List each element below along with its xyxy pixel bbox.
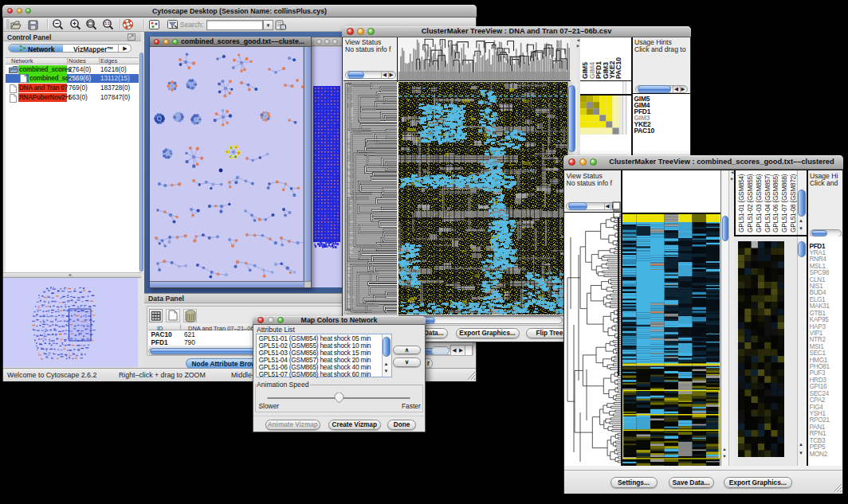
- svg-text:1:1: 1:1: [104, 21, 110, 25]
